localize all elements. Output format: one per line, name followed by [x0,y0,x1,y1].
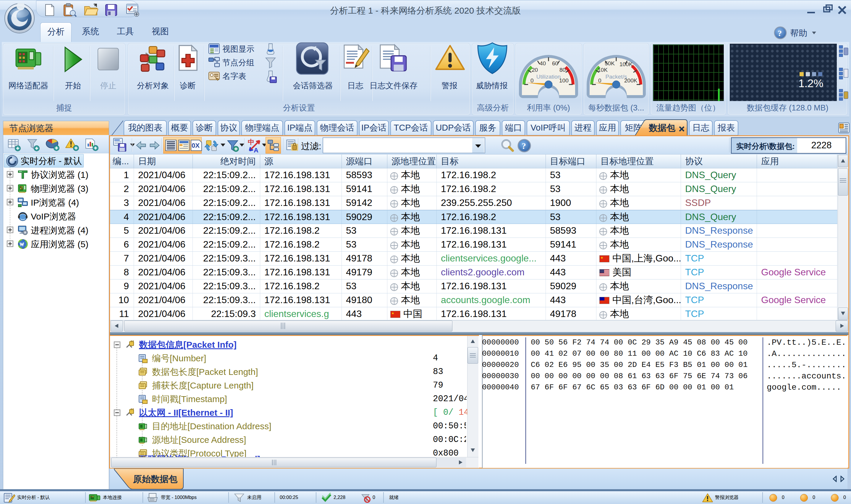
svg-text:100K: 100K [620,61,633,67]
svg-text:0: 0 [598,77,602,84]
svg-text:0: 0 [531,77,534,84]
svg-text:?: ? [522,141,526,151]
svg-text:20: 20 [532,67,538,73]
svg-text:原始数据包: 原始数据包 [133,474,178,484]
svg-text:10K: 10K [597,67,608,73]
svg-text:Packet/s: Packet/s [606,74,627,80]
svg-text:40: 40 [540,60,546,67]
svg-text:60: 60 [552,60,558,67]
svg-text:50K: 50K [605,60,615,67]
svg-text:80: 80 [559,67,566,73]
svg-text:中: 中 [248,138,254,146]
svg-text:Utilization: Utilization [536,74,561,80]
svg-text:?: ? [778,29,782,38]
svg-text:数据包: 数据包 [648,123,676,133]
svg-text:0X: 0X [192,142,199,149]
svg-text:A: A [254,146,258,153]
